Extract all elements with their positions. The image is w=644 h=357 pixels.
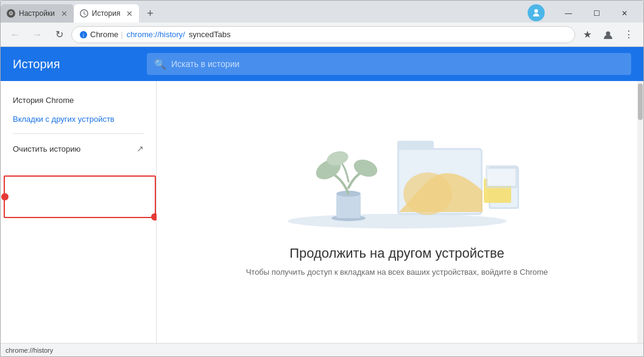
search-icon: 🔍: [154, 58, 166, 70]
tab-history-close[interactable]: ✕: [126, 9, 133, 18]
title-bar: ⚙ Настройки ✕ История ✕ +: [1, 1, 643, 23]
svg-point-4: [288, 214, 507, 228]
history-page-title: История: [13, 57, 135, 71]
site-info: i Chrome |: [79, 30, 123, 39]
chrome-profile-btn[interactable]: [528, 4, 545, 21]
window-controls: — ☐ ✕: [550, 4, 643, 23]
bottom-text: Продолжить на другом устройстве Чтобы по…: [222, 246, 573, 277]
bookmark-button[interactable]: ★: [578, 25, 597, 44]
url-colored: chrome://history/: [127, 30, 185, 39]
annotation-dot-left: [1, 193, 9, 200]
scrollbar[interactable]: [637, 81, 643, 343]
close-button[interactable]: ✕: [610, 4, 639, 23]
nav-bar: ← → ↻ i Chrome | chrome://history/ synce…: [1, 23, 643, 47]
annotation-box: [4, 175, 156, 218]
tab-settings-close[interactable]: ✕: [61, 9, 68, 18]
reload-button[interactable]: ↻: [49, 25, 69, 44]
illustration: [157, 81, 637, 246]
profile-button[interactable]: [598, 25, 618, 44]
maximize-button[interactable]: ☐: [582, 4, 610, 23]
status-bar: chrome://history: [1, 343, 643, 356]
clear-history-row: Очистить историю ↗: [1, 139, 156, 158]
forward-button[interactable]: →: [27, 25, 47, 44]
history-header: История 🔍: [1, 47, 643, 81]
address-brand: Chrome: [90, 30, 118, 39]
history-favicon: [80, 9, 88, 18]
url-rest: syncedTabs: [189, 30, 231, 39]
status-url: chrome://history: [5, 347, 53, 354]
content-title: Продолжить на другом устройстве: [246, 246, 548, 261]
external-link-icon[interactable]: ↗: [136, 144, 144, 154]
settings-favicon: ⚙: [7, 9, 15, 18]
tabs-area: ⚙ Настройки ✕ История ✕ +: [1, 4, 528, 23]
address-bar[interactable]: i Chrome | chrome://history/ syncedTabs: [71, 26, 575, 43]
address-separator: |: [121, 30, 122, 39]
minimize-button[interactable]: —: [554, 4, 582, 23]
page-content: История 🔍 История Chrome Вкладки с други…: [1, 47, 643, 343]
main-area: История Chrome Вкладки с других устройст…: [1, 81, 643, 343]
content-area: Продолжить на другом устройстве Чтобы по…: [157, 81, 637, 343]
svg-point-14: [403, 172, 452, 215]
sidebar: История Chrome Вкладки с других устройст…: [1, 81, 157, 343]
browser-window: ⚙ Настройки ✕ История ✕ +: [0, 0, 644, 357]
profile-icon: [603, 29, 614, 40]
menu-button[interactable]: ⋮: [619, 25, 639, 44]
svg-rect-6: [336, 194, 361, 218]
sidebar-item-chrome-history[interactable]: История Chrome: [1, 91, 156, 110]
content-description: Чтобы получить доступ к вкладкам на всех…: [246, 267, 548, 277]
tab-history-label: История: [92, 9, 121, 18]
tab-settings[interactable]: ⚙ Настройки ✕: [1, 4, 74, 23]
nav-right: ★ ⋮: [578, 25, 639, 44]
tab-history[interactable]: История ✕: [74, 4, 140, 23]
svg-rect-20: [487, 169, 515, 186]
scrollbar-thumb[interactable]: [638, 83, 643, 120]
sidebar-item-synced-tabs[interactable]: Вкладки с других устройств: [1, 110, 156, 129]
svg-text:i: i: [83, 32, 84, 38]
search-bar[interactable]: 🔍: [147, 53, 631, 75]
new-tab-button[interactable]: +: [141, 5, 158, 22]
clear-history-link[interactable]: Очистить историю: [13, 144, 132, 154]
tab-settings-label: Настройки: [19, 9, 55, 18]
back-button[interactable]: ←: [5, 25, 25, 44]
secure-icon: i: [79, 30, 88, 39]
sidebar-divider: [13, 133, 144, 134]
search-input[interactable]: [171, 59, 624, 69]
